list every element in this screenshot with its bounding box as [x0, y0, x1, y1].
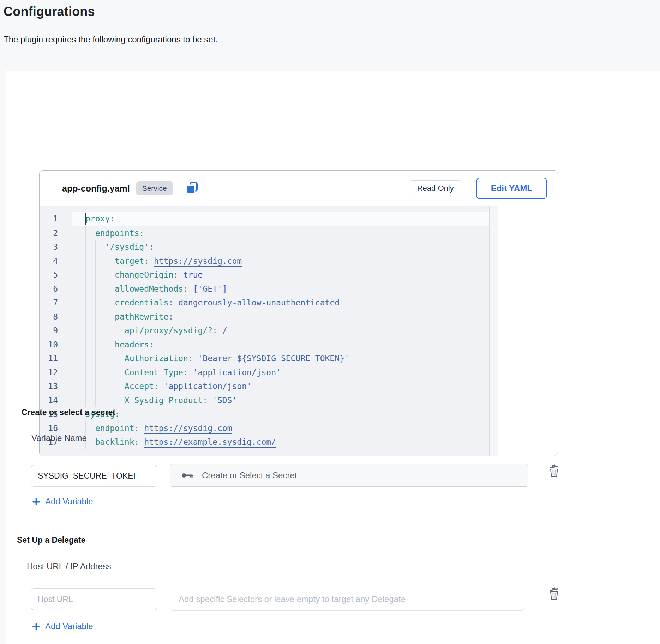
line-number: 2: [40, 226, 72, 241]
code-token: 'GET': [198, 284, 222, 293]
plus-icon: [32, 622, 41, 631]
code-line: 17 backlink: https://example.sysdig.com/: [40, 435, 498, 449]
indent-guide: [95, 324, 96, 338]
indent-guide: [105, 352, 105, 366]
code-token: endpoint: [95, 424, 134, 433]
code-link[interactable]: https://example.sysdig.com/: [144, 437, 276, 446]
line-number: 7: [40, 296, 72, 310]
line-number: 13: [40, 379, 72, 394]
code-token: :: [134, 437, 144, 446]
indent-guide: [115, 324, 115, 338]
indent-guide: [95, 282, 96, 296]
code-line: 4 target: https://sysdig.com: [40, 254, 498, 268]
host-url-input[interactable]: [31, 588, 157, 610]
key-icon: [181, 472, 193, 479]
secret-selector-placeholder: Create or Select a Secret: [202, 470, 297, 480]
code-token: :: [149, 340, 154, 349]
code-token: :: [154, 382, 164, 391]
editor-scrollbar[interactable]: [489, 206, 498, 456]
indent-guide: [105, 379, 105, 394]
code-token: '/sysdig': [105, 242, 149, 251]
indent-guide: [115, 352, 115, 366]
code-token: [85, 340, 115, 349]
code-token: pathRewrite: [115, 312, 168, 321]
code-line: 6 allowedMethods: ['GET']: [40, 282, 498, 296]
code-token: ]: [222, 284, 227, 293]
code-token: :: [134, 424, 144, 433]
line-number: 3: [40, 240, 72, 254]
code-token: :: [203, 396, 212, 405]
code-line: 1proxy:: [40, 212, 498, 226]
trash-icon: [548, 464, 560, 479]
delete-secret-variable-button[interactable]: [546, 463, 562, 479]
code-token: dangerously-allow-unauthenticated: [178, 298, 340, 307]
indent-guide: [85, 296, 86, 310]
indent-guide: [95, 254, 96, 268]
code-link[interactable]: https://sysdig.com: [154, 256, 242, 266]
delegate-selectors-input[interactable]: [170, 588, 525, 611]
indent-guide: [115, 366, 115, 380]
indent-guide: [115, 394, 115, 408]
file-type-badge: Service: [136, 181, 173, 195]
indent-guide: [95, 338, 96, 352]
code-line: 13 Accept: 'application/json': [40, 379, 498, 394]
indent-guide: [105, 324, 105, 338]
code-token: X-Sysdig-Product: [125, 396, 203, 405]
indent-guide: [95, 268, 96, 282]
code-token: Accept: [125, 382, 154, 391]
code-link[interactable]: https://sysdig.com: [144, 424, 232, 433]
indent-guide: [85, 240, 86, 254]
code-token: [85, 424, 95, 433]
indent-guide: [105, 268, 105, 282]
indent-guide: [105, 366, 105, 380]
variable-name-input[interactable]: [31, 465, 157, 487]
code-token: 'SDS': [212, 396, 237, 405]
code-token: :: [183, 368, 193, 377]
plus-icon: [32, 497, 41, 506]
line-number: 1: [40, 212, 72, 226]
code-token: [85, 229, 95, 238]
add-variable-button-delegate[interactable]: Add Variable: [32, 621, 93, 631]
yaml-code-editor[interactable]: 1proxy:2 endpoints:3 '/sysdig':4 target:…: [40, 206, 498, 456]
code-token: target: [115, 256, 144, 266]
code-token: [85, 298, 115, 307]
code-line: 3 '/sysdig':: [40, 240, 498, 254]
read-only-button[interactable]: Read Only: [409, 180, 462, 196]
code-token: 'application/json': [193, 368, 281, 377]
code-token: headers: [115, 340, 149, 349]
code-token: changeOrigin: [115, 270, 173, 279]
add-variable-button-secret[interactable]: Add Variable: [32, 497, 93, 506]
code-token: [85, 312, 115, 321]
indent-guide: [105, 338, 105, 352]
edit-yaml-button[interactable]: Edit YAML: [476, 178, 547, 199]
add-variable-label: Add Variable: [45, 497, 93, 506]
indent-guide: [95, 310, 96, 324]
code-token: :: [183, 284, 193, 293]
code-token: :: [149, 242, 154, 251]
code-line: 12 Content-Type: 'application/json': [40, 366, 498, 380]
copy-yaml-button[interactable]: [185, 181, 199, 196]
indent-guide: [95, 240, 96, 254]
delete-delegate-variable-button[interactable]: [546, 586, 562, 602]
indent-guide: [105, 254, 105, 268]
code-token: /: [222, 326, 227, 335]
secret-selector[interactable]: Create or Select a Secret: [170, 464, 528, 487]
code-token: :: [115, 409, 120, 419]
variable-name-label: Variable Name: [31, 433, 87, 443]
code-line: 7 credentials: dangerously-allow-unauthe…: [40, 296, 498, 310]
indent-guide: [85, 254, 86, 268]
secret-section-heading: Create or select a secret: [22, 408, 115, 417]
code-token: :: [110, 214, 115, 223]
indent-guide: [85, 338, 86, 352]
file-name: app-config.yaml: [62, 183, 130, 194]
code-line: 14 X-Sysdig-Product: 'SDS': [40, 394, 498, 408]
code-token: [: [193, 284, 198, 293]
code-token: :: [168, 312, 173, 321]
code-token: 'application/json': [164, 382, 252, 391]
code-token: 'Bearer ${SYSDIG_SECURE_TOKEN}': [198, 354, 349, 363]
code-token: [85, 256, 115, 266]
code-line: 9 api/proxy/sysdig/?: /: [40, 324, 498, 338]
line-number: 10: [40, 338, 72, 352]
code-token: :: [139, 229, 144, 238]
yaml-card-header: app-config.yaml Service Read Only Edit Y…: [40, 171, 558, 206]
